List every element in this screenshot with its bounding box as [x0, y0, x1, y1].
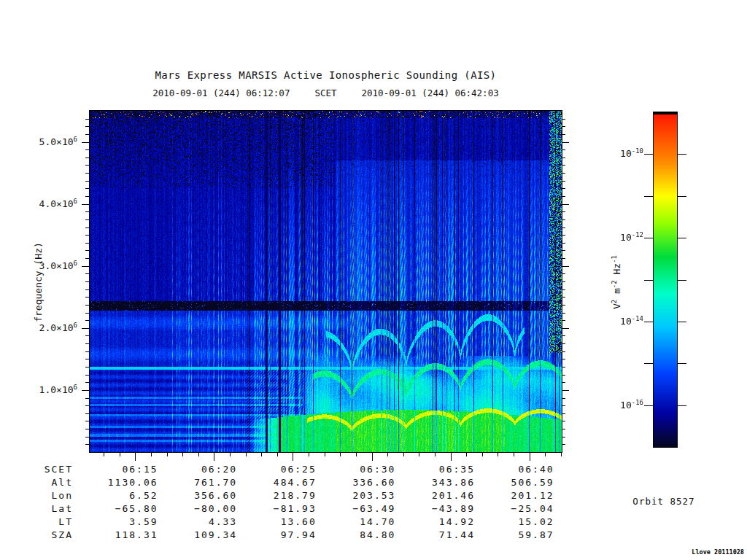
axis-tick	[678, 238, 686, 238]
axis-tick	[85, 258, 89, 259]
axis-tick	[85, 413, 89, 414]
axis-tick	[562, 281, 565, 282]
axis-tick	[277, 452, 278, 456]
axis-tick	[182, 452, 183, 456]
axis-tick	[85, 421, 89, 421]
axis-tick	[85, 235, 89, 236]
axis-tick	[85, 149, 89, 150]
version-stamp: Llove 20111028	[683, 548, 744, 556]
axis-tick	[246, 112, 247, 114]
axis-tick	[85, 126, 89, 127]
axis-tick	[482, 452, 483, 456]
axis-tick	[151, 452, 152, 456]
axis-tick	[85, 281, 89, 282]
chart-title: Mars Express MARSIS Active Ionospheric S…	[90, 69, 562, 81]
ephemeris-row-label: Alt	[0, 476, 73, 489]
axis-tick	[104, 452, 104, 456]
axis-tick	[562, 320, 565, 321]
axis-tick	[562, 173, 565, 174]
ephemeris-row: Alt1130.06761.70484.67336.60343.86506.59	[0, 476, 554, 489]
axis-tick	[340, 112, 341, 114]
axis-tick	[135, 452, 136, 461]
axis-tick	[562, 258, 565, 259]
axis-tick	[562, 273, 565, 274]
axis-tick	[562, 335, 565, 336]
axis-tick	[85, 405, 89, 406]
ephemeris-cell: 336.60	[317, 476, 396, 489]
axis-tick	[562, 250, 565, 251]
axis-tick	[498, 452, 498, 456]
axis-tick	[562, 235, 565, 236]
ephemeris-cell: 59.87	[475, 529, 554, 542]
axis-tick	[644, 154, 653, 155]
axis-tick	[230, 452, 231, 456]
ephemeris-cell: 761.70	[158, 476, 238, 489]
axis-tick	[678, 154, 686, 155]
axis-tick	[261, 112, 262, 114]
ephemeris-row-label: Lon	[0, 489, 73, 502]
y-axis-label: frequency (Hz)	[33, 242, 44, 322]
ephemeris-cell: 06:25	[237, 463, 317, 476]
axis-tick	[498, 112, 498, 114]
axis-tick	[167, 452, 168, 456]
axis-tick	[561, 452, 562, 456]
axis-tick	[562, 328, 569, 329]
axis-tick	[562, 119, 565, 120]
axis-tick	[562, 158, 565, 158]
axis-tick	[85, 351, 89, 352]
axis-tick	[387, 112, 388, 114]
ephemeris-cell: 14.70	[317, 516, 396, 529]
axis-tick	[562, 196, 565, 197]
axis-tick	[678, 405, 686, 406]
axis-tick	[451, 112, 452, 117]
axis-tick	[261, 452, 262, 456]
ephemeris-cell: 71.44	[395, 529, 475, 542]
ephemeris-row-label: LT	[0, 516, 73, 529]
scet-end-time: 2010-09-01 (244) 06:42:03	[362, 88, 499, 98]
ephemeris-cell: 06:30	[317, 463, 396, 476]
axis-tick	[151, 112, 152, 114]
ephemeris-cell: 356.60	[158, 489, 238, 502]
y-tick-label: 2.0×106	[20, 322, 77, 334]
ephemeris-row: Lon6.52356.60218.79203.53201.46201.12	[0, 489, 554, 502]
ephemeris-cell: −63.49	[317, 502, 396, 516]
ephemeris-cell: 84.80	[317, 529, 396, 542]
ephemeris-cell: 97.94	[237, 529, 317, 542]
axis-tick	[562, 266, 569, 267]
axis-tick	[214, 452, 214, 461]
axis-tick	[85, 196, 89, 197]
ephemeris-row-label: SZA	[0, 529, 73, 542]
ephemeris-cell: 06:40	[475, 463, 554, 476]
axis-tick	[85, 119, 89, 120]
ephemeris-cell: −25.04	[475, 502, 554, 516]
axis-tick	[562, 405, 565, 406]
scet-center-label: SCET	[314, 88, 336, 98]
axis-tick	[562, 437, 565, 438]
colorbar-frame	[653, 112, 678, 448]
axis-tick	[435, 452, 436, 456]
axis-tick	[562, 181, 565, 182]
axis-tick	[644, 405, 653, 406]
ephemeris-cell: 506.59	[475, 476, 554, 489]
axis-tick	[85, 219, 89, 220]
axis-tick	[387, 452, 388, 456]
axis-tick	[562, 413, 565, 414]
axis-tick	[120, 452, 120, 456]
y-tick-label: 3.0×106	[20, 260, 77, 272]
axis-tick	[562, 126, 565, 127]
axis-tick	[403, 112, 404, 114]
axis-tick	[562, 351, 565, 352]
axis-tick	[340, 452, 341, 456]
axis-tick	[562, 243, 565, 244]
ephemeris-cell: 203.53	[317, 489, 396, 502]
ephemeris-cell: 343.86	[395, 476, 475, 489]
axis-tick	[530, 452, 530, 461]
colorbar-tick-label: 10-14	[588, 316, 643, 327]
axis-tick	[85, 359, 89, 359]
ephemeris-cell: 201.12	[475, 489, 554, 502]
ephemeris-row-label: SCET	[0, 463, 73, 476]
axis-tick	[214, 112, 214, 117]
axis-tick	[562, 149, 565, 150]
axis-tick	[644, 238, 653, 238]
axis-tick	[85, 297, 89, 298]
